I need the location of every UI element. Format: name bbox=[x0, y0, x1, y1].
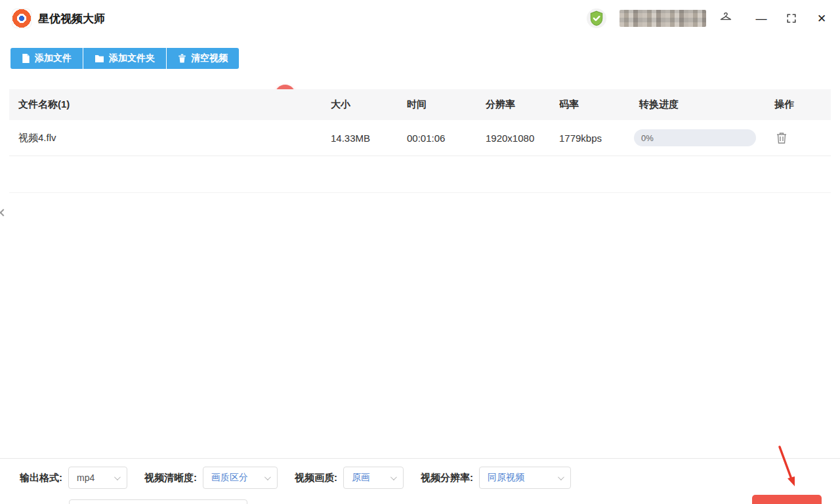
table-header-row: 文件名称(1) 大小 时间 分辨率 码率 转换进度 操作 bbox=[9, 89, 831, 120]
table-row: 视频4.flv 14.33MB 00:01:06 1920x1080 1779k… bbox=[9, 120, 831, 156]
cell-progress: 0% bbox=[633, 129, 764, 146]
trash-icon bbox=[178, 54, 186, 63]
start-convert-button[interactable] bbox=[752, 495, 822, 504]
user-avatar[interactable] bbox=[587, 9, 606, 28]
col-header-size: 大小 bbox=[331, 98, 407, 111]
toolbar: 添加文件 添加文件夹 清空视频 格式转换 视频 bbox=[0, 37, 840, 79]
cell-time: 00:01:06 bbox=[407, 133, 486, 144]
cell-size: 14.33MB bbox=[331, 133, 407, 144]
username-blurred bbox=[620, 10, 706, 27]
output-directory-input[interactable] bbox=[69, 499, 247, 504]
empty-table-row bbox=[9, 156, 831, 193]
delete-row-button[interactable] bbox=[764, 131, 831, 144]
titlebar-right: — ✕ bbox=[587, 9, 828, 28]
video-resolution-group: 视频分辨率: 同原视频 bbox=[421, 467, 571, 489]
col-header-resolution: 分辨率 bbox=[486, 98, 559, 111]
theme-hanger-icon[interactable] bbox=[719, 12, 732, 25]
side-collapse-arrow-icon[interactable] bbox=[0, 209, 7, 216]
app-window: 星优视频大师 — bbox=[0, 0, 840, 504]
col-header-progress: 转换进度 bbox=[633, 98, 764, 111]
video-quality-label: 视频画质: bbox=[295, 472, 337, 484]
file-action-buttons: 添加文件 添加文件夹 清空视频 bbox=[10, 48, 239, 69]
clear-videos-label: 清空视频 bbox=[191, 52, 228, 64]
output-format-value: mp4 bbox=[77, 472, 94, 483]
chevron-down-icon bbox=[114, 474, 121, 480]
trash-icon bbox=[776, 131, 788, 144]
add-file-label: 添加文件 bbox=[35, 52, 72, 64]
chevron-down-icon bbox=[390, 474, 397, 480]
video-clarity-select[interactable]: 画质区分 bbox=[203, 467, 278, 489]
output-format-group: 输出格式: mp4 bbox=[20, 467, 127, 489]
output-directory-row: 输出目录: bbox=[0, 497, 840, 504]
cell-filename: 视频4.flv bbox=[9, 132, 331, 144]
progress-label: 0% bbox=[634, 133, 654, 143]
chevron-down-icon bbox=[558, 474, 564, 480]
folder-icon bbox=[94, 54, 104, 63]
cell-bitrate: 1779kbps bbox=[559, 133, 633, 144]
add-file-button[interactable]: 添加文件 bbox=[10, 48, 83, 69]
file-icon bbox=[22, 54, 30, 63]
window-controls: — ✕ bbox=[755, 12, 828, 25]
add-folder-button[interactable]: 添加文件夹 bbox=[83, 48, 166, 69]
video-resolution-label: 视频分辨率: bbox=[421, 472, 473, 484]
minimize-button[interactable]: — bbox=[755, 12, 768, 25]
app-logo-icon bbox=[12, 9, 32, 28]
progress-bar: 0% bbox=[634, 129, 756, 146]
col-header-operation: 操作 bbox=[764, 98, 831, 111]
output-options-row: 输出格式: mp4 视频清晰度: 画质区分 视频画质: 原画 bbox=[0, 459, 840, 497]
video-clarity-label: 视频清晰度: bbox=[144, 472, 197, 484]
col-header-time: 时间 bbox=[407, 98, 486, 111]
app-title: 星优视频大师 bbox=[38, 11, 105, 26]
file-table: 文件名称(1) 大小 时间 分辨率 码率 转换进度 操作 视频4.flv 14.… bbox=[9, 89, 831, 193]
col-header-bitrate: 码率 bbox=[559, 98, 633, 111]
chevron-down-icon bbox=[264, 474, 271, 480]
col-header-filename: 文件名称(1) bbox=[9, 98, 331, 111]
cell-resolution: 1920x1080 bbox=[486, 133, 559, 144]
output-format-select[interactable]: mp4 bbox=[68, 467, 127, 489]
video-clarity-value: 画质区分 bbox=[211, 472, 248, 484]
clear-videos-button[interactable]: 清空视频 bbox=[167, 48, 239, 69]
footer-options-bar: 输出格式: mp4 视频清晰度: 画质区分 视频画质: 原画 bbox=[0, 458, 840, 504]
video-quality-select[interactable]: 原画 bbox=[343, 467, 404, 489]
title-bar: 星优视频大师 — bbox=[0, 0, 840, 37]
maximize-button[interactable] bbox=[785, 12, 798, 25]
video-clarity-group: 视频清晰度: 画质区分 bbox=[144, 467, 278, 489]
close-button[interactable]: ✕ bbox=[815, 12, 828, 25]
video-quality-value: 原画 bbox=[352, 472, 370, 484]
video-resolution-value: 同原视频 bbox=[488, 472, 524, 484]
output-format-label: 输出格式: bbox=[20, 472, 62, 484]
video-quality-group: 视频画质: 原画 bbox=[295, 467, 404, 489]
shield-avatar-icon bbox=[588, 10, 605, 27]
video-resolution-select[interactable]: 同原视频 bbox=[479, 467, 571, 489]
add-folder-label: 添加文件夹 bbox=[109, 52, 155, 64]
